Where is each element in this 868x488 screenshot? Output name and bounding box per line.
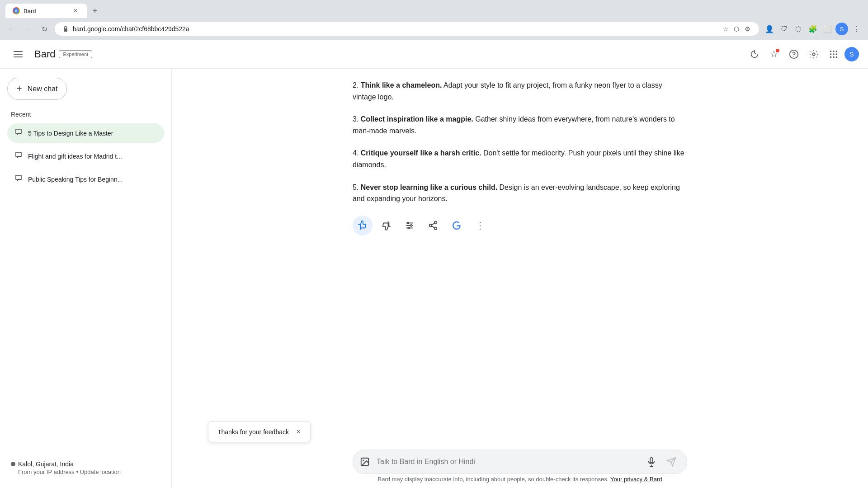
svg-point-26 [434, 227, 437, 230]
svg-point-12 [830, 53, 832, 55]
content-item-4: 4. Critique yourself like a harsh critic… [353, 147, 687, 170]
logo-text: Bard [34, 48, 55, 60]
toast-text: Thanks for your feedback [217, 428, 289, 436]
chat-icon-1 [14, 128, 23, 138]
new-chat-button[interactable]: + New chat [7, 78, 67, 100]
item-3-bold: Collect inspiration like a magpie. [361, 115, 473, 123]
browser-right-icons: 👤 🛡 ⬡ 🧩 ⬜ S ⋮ [763, 23, 863, 35]
app-header: Bard Experiment ☆ [0, 40, 868, 69]
share-icon [428, 221, 438, 230]
item-4-bold: Critique yourself like a harsh critic. [361, 149, 481, 157]
thumbs-up-button[interactable] [353, 216, 373, 235]
svg-point-21 [407, 222, 409, 224]
svg-point-10 [833, 50, 835, 52]
chat-scroll-area: 2. Think like a chameleon. Adapt your st… [172, 69, 868, 450]
active-tab[interactable]: B Bard × [5, 4, 87, 18]
tune-icon [405, 221, 415, 230]
content-item-3: 3. Collect inspiration like a magpie. Ga… [353, 113, 687, 136]
footer-text: Bard may display inaccurate info, includ… [172, 474, 868, 488]
svg-point-22 [410, 225, 412, 226]
plus-icon: + [17, 84, 22, 94]
update-location-link[interactable]: Update location [80, 469, 121, 475]
mic-button[interactable] [643, 454, 660, 470]
mic-icon [646, 457, 656, 467]
chat-icon-2 [14, 151, 23, 161]
chat-item-3[interactable]: Public Speaking Tips for Beginn... [7, 169, 164, 189]
svg-point-14 [836, 53, 838, 55]
chat-item-2[interactable]: Flight and gift ideas for Madrid t... [7, 146, 164, 166]
tab-close-btn[interactable]: × [71, 7, 80, 15]
split-screen-icon[interactable]: ⬜ [821, 23, 834, 35]
toast-close-button[interactable]: × [296, 427, 301, 436]
svg-point-8 [812, 53, 815, 56]
profile-icon[interactable]: 👤 [763, 23, 776, 35]
tune-button[interactable] [400, 216, 420, 235]
sidebar-footer: Kalol, Gujarat, India From your IP addre… [7, 453, 164, 479]
app-body: + New chat Recent 5 Tips to Design Like … [0, 69, 868, 488]
settings-icon [809, 49, 819, 59]
back-button[interactable]: ← [5, 23, 18, 35]
starred-button[interactable]: ☆ [765, 45, 783, 63]
browser-chrome: B Bard × + ← → ↻ bard.google.com/chat/2c… [0, 0, 868, 40]
browser-menu-btn[interactable]: ⋮ [850, 23, 863, 35]
new-chat-label: New chat [28, 85, 58, 93]
user-avatar[interactable]: S [844, 47, 859, 61]
thumbs-up-icon [358, 221, 368, 230]
chat-area: 2. Think like a chameleon. Adapt your st… [316, 69, 723, 421]
ip-address-link[interactable]: From your IP address [18, 469, 75, 475]
recent-label: Recent [7, 107, 164, 120]
main-content: 2. Think like a chameleon. Adapt your st… [172, 69, 868, 488]
svg-point-16 [833, 56, 835, 58]
svg-rect-2 [64, 28, 67, 32]
forward-button[interactable]: → [22, 23, 34, 35]
share-button[interactable] [423, 216, 443, 235]
send-icon [666, 457, 676, 467]
content-item-5: 5. Never stop learning like a curious ch… [353, 182, 687, 205]
settings-button[interactable] [805, 45, 823, 63]
input-wrapper [316, 450, 723, 474]
extensions-icon[interactable]: ⚙ [743, 24, 752, 33]
svg-line-27 [432, 226, 434, 228]
more-options-button[interactable]: ⋮ [470, 216, 490, 235]
browser-extension1[interactable]: 🛡 [778, 23, 790, 35]
hamburger-icon [14, 50, 23, 59]
url-display: bard.google.com/chat/2cf68bbc429d522a [73, 25, 717, 33]
privacy-link[interactable]: Your privacy & Bard [610, 476, 662, 483]
google-search-button[interactable] [447, 216, 467, 235]
chat-input[interactable] [377, 456, 640, 468]
thumbs-down-button[interactable] [376, 216, 396, 235]
svg-point-9 [830, 50, 832, 52]
bookmark-icon[interactable]: ☆ [721, 24, 730, 33]
action-bar: ⋮ [353, 216, 687, 239]
feedback-toast: Thanks for your feedback × [208, 421, 311, 442]
send-button[interactable] [663, 454, 679, 470]
refresh-button[interactable]: ↻ [38, 23, 51, 35]
chat-item-1[interactable]: 5 Tips to Design Like a Master [7, 123, 164, 143]
svg-rect-4 [14, 54, 23, 55]
help-button[interactable] [785, 45, 803, 63]
svg-point-15 [830, 56, 832, 58]
app: Bard Experiment ☆ [0, 40, 868, 488]
apps-button[interactable] [825, 45, 843, 63]
address-bar[interactable]: bard.google.com/chat/2cf68bbc429d522a ☆ … [54, 22, 760, 36]
thumbs-down-icon [381, 221, 391, 230]
location-dot [11, 462, 15, 466]
svg-text:B: B [15, 9, 17, 13]
browser-extension2[interactable]: ⬡ [792, 23, 805, 35]
location-name: Kalol, Gujarat, India [18, 460, 74, 468]
user-avatar-browser[interactable]: S [835, 23, 848, 35]
notification-dot [776, 49, 779, 52]
menu-button[interactable] [9, 45, 27, 63]
cast-icon[interactable]: ⬡ [732, 24, 741, 33]
image-upload-button[interactable] [357, 454, 373, 470]
browser-extension3[interactable]: 🧩 [807, 23, 819, 35]
location-links[interactable]: From your IP address • Update location [11, 469, 160, 475]
svg-point-11 [836, 50, 838, 52]
new-tab-button[interactable]: + [89, 5, 101, 17]
chat-item-text-3: Public Speaking Tips for Beginn... [28, 176, 157, 183]
lock-icon [62, 25, 69, 33]
item-5-bold: Never stop learning like a curious child… [361, 183, 497, 191]
tab-favicon: B [13, 7, 20, 14]
header-icons: ☆ [745, 45, 859, 63]
history-button[interactable] [745, 45, 763, 63]
